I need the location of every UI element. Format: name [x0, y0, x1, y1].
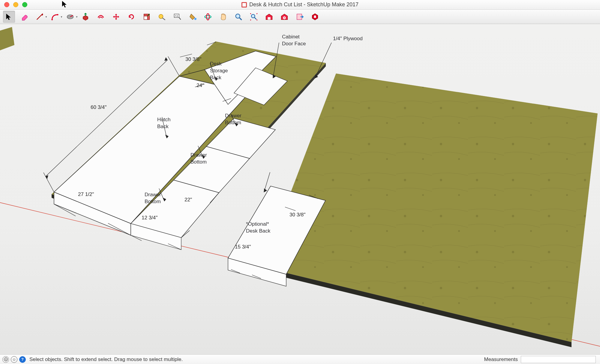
- svg-point-8: [194, 18, 196, 20]
- text-tool[interactable]: A1: [171, 11, 183, 23]
- help-icon[interactable]: ?: [19, 356, 26, 363]
- minimize-window-button[interactable]: [13, 2, 18, 7]
- chevron-down-icon: ▼: [45, 15, 47, 18]
- close-window-button[interactable]: [4, 2, 9, 7]
- offset-tool[interactable]: [95, 11, 107, 23]
- arc-tool[interactable]: ▼: [49, 11, 61, 23]
- zoom-extents-tool[interactable]: [248, 11, 260, 23]
- scene-canvas: [0, 24, 600, 354]
- orbit-tool[interactable]: [202, 11, 214, 23]
- svg-rect-4: [144, 16, 148, 20]
- svg-point-11: [236, 14, 240, 18]
- window-controls: [0, 2, 27, 7]
- svg-text:A1: A1: [175, 14, 178, 17]
- zoom-window-button[interactable]: [22, 2, 27, 7]
- svg-point-10: [206, 14, 209, 20]
- measurements-label: Measurements: [484, 356, 518, 362]
- extension-warehouse-tool[interactable]: [278, 11, 290, 23]
- line-tool[interactable]: ▼: [34, 11, 46, 23]
- mouse-cursor-icon: [62, 1, 68, 10]
- titlebar: Desk & Hutch Cut List - SketchUp Make 20…: [0, 0, 600, 10]
- paint-bucket-tool[interactable]: [187, 11, 199, 23]
- svg-rect-13: [268, 17, 270, 20]
- extension-manager-tool[interactable]: [309, 11, 321, 23]
- status-hint: Select objects. Shift to extend select. …: [29, 356, 482, 362]
- model-viewport[interactable]: 1/4" Plywood Cabinet Door Face Desk Stor…: [0, 24, 600, 354]
- shape-tool[interactable]: ▼: [64, 11, 76, 23]
- scale-tool[interactable]: [141, 11, 153, 23]
- pan-tool[interactable]: [217, 11, 229, 23]
- svg-point-9: [205, 15, 211, 18]
- sketchup-doc-icon: [242, 2, 247, 8]
- chevron-down-icon: ▼: [76, 15, 78, 18]
- window-title: Desk & Hutch Cut List - SketchUp Make 20…: [242, 2, 358, 8]
- svg-marker-42: [0, 27, 14, 53]
- 3d-warehouse-tool[interactable]: [263, 11, 275, 23]
- zoom-tool[interactable]: [232, 11, 244, 23]
- svg-point-12: [251, 14, 255, 18]
- statusbar: ⌖ ⓘ ☺ ? Select objects. Shift to extend …: [0, 354, 600, 364]
- credits-icon[interactable]: ⓘ: [2, 356, 9, 363]
- select-tool[interactable]: [3, 11, 15, 23]
- svg-point-15: [284, 17, 285, 18]
- eraser-tool[interactable]: [18, 11, 30, 23]
- tape-measure-tool[interactable]: [156, 11, 168, 23]
- layout-export-tool[interactable]: [294, 11, 306, 23]
- measurements-input[interactable]: [521, 356, 596, 363]
- profile-icon[interactable]: ☺: [11, 356, 17, 363]
- svg-point-1: [57, 14, 58, 15]
- move-tool[interactable]: [110, 11, 122, 23]
- main-toolbar: ▼ ▼ ▼ A1: [0, 10, 600, 24]
- title-text: Desk & Hutch Cut List - SketchUp Make 20…: [249, 2, 358, 8]
- rotate-tool[interactable]: [125, 11, 137, 23]
- svg-point-0: [51, 19, 53, 20]
- chevron-down-icon: ▼: [60, 15, 63, 18]
- push-pull-tool[interactable]: [80, 11, 92, 23]
